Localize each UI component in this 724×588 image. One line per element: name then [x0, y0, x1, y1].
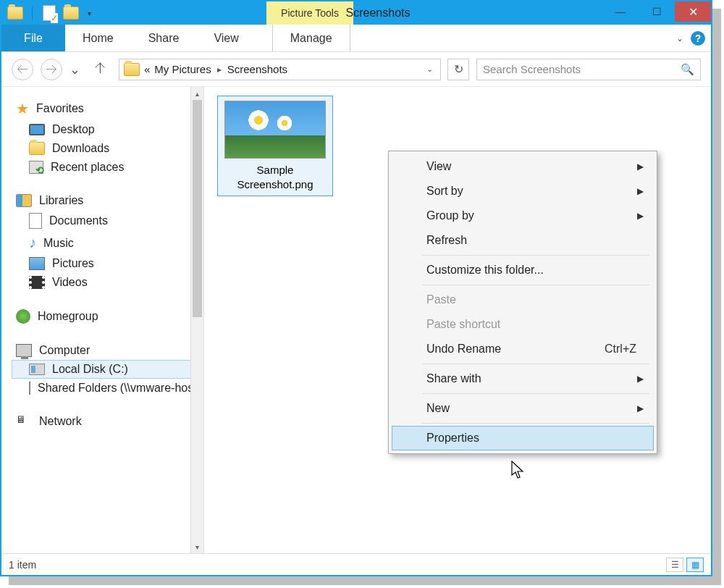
music-icon: ♪ — [29, 235, 36, 251]
menu-group-by[interactable]: Group by▶ — [392, 203, 654, 228]
tab-view[interactable]: View — [196, 25, 256, 51]
disk-icon — [29, 364, 45, 375]
up-button[interactable]: 🡡 — [94, 62, 111, 77]
homegroup-icon — [16, 309, 30, 324]
back-button[interactable]: 🡠 — [12, 59, 33, 80]
ribbon: File Home Share View Manage ⌄ ? — [1, 25, 711, 52]
sidebar-libraries-header[interactable]: Libraries — [12, 191, 203, 210]
navigation-pane: ★Favorites Desktop Downloads Recent plac… — [1, 87, 204, 553]
file-thumbnail — [224, 101, 326, 159]
pictures-icon — [29, 257, 45, 270]
search-placeholder: Search Screenshots — [483, 63, 581, 75]
item-count: 1 item — [9, 559, 36, 571]
sidebar-scrollbar[interactable]: ▴ ▾ — [190, 87, 203, 553]
icons-view-button[interactable]: ▦ — [686, 558, 704, 572]
forward-button[interactable]: 🡢 — [41, 59, 62, 80]
submenu-arrow-icon: ▶ — [637, 403, 644, 413]
sidebar-item-recent[interactable]: Recent places — [12, 158, 203, 177]
sidebar-item-music[interactable]: ♪Music — [12, 232, 203, 254]
contextual-tab-label: Picture Tools — [266, 1, 353, 25]
menu-undo-rename[interactable]: Undo RenameCtrl+Z — [392, 337, 654, 361]
sidebar-item-videos[interactable]: Videos — [12, 273, 203, 292]
sidebar-item-documents[interactable]: Documents — [12, 210, 203, 232]
quick-access-toolbar: ▾ — [1, 5, 91, 21]
qat-dropdown-icon[interactable]: ▾ — [88, 9, 91, 17]
refresh-button[interactable]: ↻ — [447, 59, 469, 80]
tab-share[interactable]: Share — [131, 25, 197, 51]
context-menu: View▶ Sort by▶ Group by▶ Refresh Customi… — [388, 151, 657, 454]
network-drive-icon — [29, 382, 30, 395]
file-item[interactable]: Sample Screenshot.png — [217, 96, 333, 196]
star-icon: ★ — [16, 100, 29, 117]
menu-separator — [422, 423, 649, 424]
computer-icon — [16, 344, 32, 357]
menu-refresh[interactable]: Refresh — [392, 228, 654, 253]
history-dropdown-icon[interactable]: ⌄ — [70, 62, 87, 77]
help-button[interactable]: ? — [691, 31, 705, 46]
recent-icon — [29, 161, 43, 174]
libraries-icon — [16, 194, 32, 207]
titlebar: ▾ Picture Tools Screenshots — ☐ ✕ — [1, 1, 711, 25]
submenu-arrow-icon: ▶ — [637, 374, 644, 384]
sidebar-item-local-disk[interactable]: Local Disk (C:) — [12, 360, 203, 379]
properties-icon[interactable] — [41, 5, 57, 21]
desktop-icon — [29, 124, 45, 135]
scroll-up-icon[interactable]: ▴ — [191, 87, 203, 100]
search-icon: 🔍 — [681, 63, 694, 76]
menu-separator — [422, 285, 649, 285]
sidebar-computer-header[interactable]: Computer — [12, 341, 203, 360]
tab-manage[interactable]: Manage — [272, 25, 350, 51]
breadcrumb-seg-2[interactable]: Screenshots — [227, 63, 287, 75]
close-button[interactable]: ✕ — [675, 1, 711, 22]
sidebar-favorites-header[interactable]: ★Favorites — [12, 97, 203, 120]
sidebar-homegroup-header[interactable]: Homegroup — [12, 306, 203, 327]
new-folder-icon[interactable] — [63, 5, 79, 21]
tab-home[interactable]: Home — [65, 25, 131, 51]
app-icon[interactable] — [7, 5, 23, 21]
menu-paste-shortcut: Paste shortcut — [392, 312, 654, 337]
sidebar-network-header[interactable]: Network — [12, 412, 203, 431]
ribbon-expand-icon[interactable]: ⌄ — [676, 33, 683, 43]
sidebar-item-downloads[interactable]: Downloads — [12, 139, 203, 158]
menu-separator — [422, 255, 649, 256]
scroll-thumb[interactable] — [193, 100, 202, 317]
menu-separator — [422, 364, 649, 364]
shortcut-label: Ctrl+Z — [605, 343, 636, 356]
sidebar-item-pictures[interactable]: Pictures — [12, 254, 203, 273]
submenu-arrow-icon: ▶ — [637, 186, 644, 196]
breadcrumb-prefix: « — [144, 63, 150, 75]
breadcrumb-seg-1[interactable]: My Pictures — [154, 63, 211, 75]
scroll-down-icon[interactable]: ▾ — [191, 540, 203, 553]
menu-paste: Paste — [392, 287, 654, 312]
sidebar-item-desktop[interactable]: Desktop — [12, 120, 203, 139]
submenu-arrow-icon: ▶ — [637, 211, 644, 221]
status-bar: 1 item ☰ ▦ — [1, 553, 711, 575]
network-icon — [16, 415, 32, 428]
menu-view[interactable]: View▶ — [392, 154, 654, 179]
menu-new[interactable]: New▶ — [392, 396, 654, 421]
search-input[interactable]: Search Screenshots 🔍 — [476, 59, 701, 80]
menu-properties[interactable]: Properties — [392, 426, 654, 450]
sidebar-item-shared-folders[interactable]: Shared Folders (\\vmware-host) (Z:) — [12, 379, 203, 398]
menu-sort-by[interactable]: Sort by▶ — [392, 179, 654, 203]
folder-icon — [124, 63, 140, 76]
menu-customize-folder[interactable]: Customize this folder... — [392, 258, 654, 282]
videos-icon — [29, 276, 45, 289]
address-row: 🡠 🡢 ⌄ 🡡 « My Pictures ▸ Screenshots ⌄ ↻ … — [1, 52, 711, 87]
file-tab[interactable]: File — [1, 25, 65, 51]
maximize-button[interactable]: ☐ — [639, 1, 675, 22]
chevron-right-icon[interactable]: ▸ — [216, 64, 223, 75]
folder-icon — [29, 142, 45, 155]
submenu-arrow-icon: ▶ — [637, 161, 644, 172]
details-view-button[interactable]: ☰ — [666, 558, 683, 572]
minimize-button[interactable]: — — [602, 1, 639, 22]
address-bar[interactable]: « My Pictures ▸ Screenshots ⌄ — [119, 59, 441, 80]
file-name: Sample Screenshot.png — [222, 163, 328, 191]
menu-separator — [422, 393, 649, 394]
address-dropdown-icon[interactable]: ⌄ — [424, 64, 436, 74]
document-icon — [29, 213, 42, 229]
menu-share-with[interactable]: Share with▶ — [392, 366, 654, 391]
